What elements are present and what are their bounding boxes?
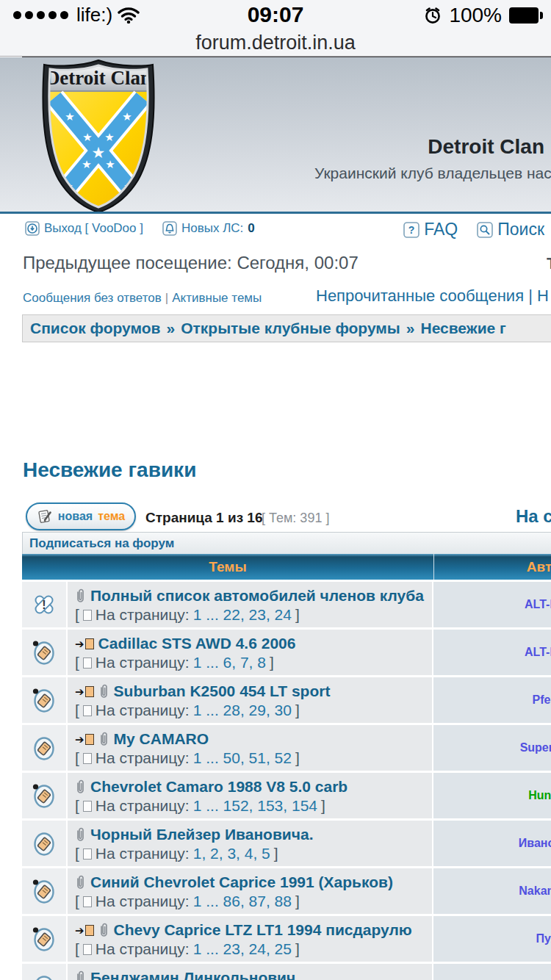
topics-count: [ Тем: 391 ] xyxy=(262,511,329,526)
author-link[interactable]: ALT-F13 xyxy=(525,598,551,611)
topic-cell: ➔ Chevrolet Camaro 1988 V8 5.0 carb [ На… xyxy=(68,773,433,818)
author-cell: ALT-F13 xyxy=(433,630,551,675)
moved-topic-icon: ➔ xyxy=(75,734,94,745)
author-cell: ALT-F13 xyxy=(433,582,551,627)
subscribe-forum-link[interactable]: Подписаться на форум xyxy=(22,532,551,554)
faq-link[interactable]: ? FAQ xyxy=(403,220,458,239)
search-icon xyxy=(477,222,493,238)
clan-shield-logo[interactable]: ★★ ★★ ★★ ★★ ★ Detroit Clan xyxy=(25,58,172,217)
topic-folder-icon xyxy=(32,782,56,809)
topic-title-link[interactable]: Cadillac STS AWD 4.6 2006 xyxy=(98,635,296,652)
topic-page-links[interactable]: 1 ... 50, 51, 52 xyxy=(193,749,292,767)
topic-title-link[interactable]: Чорный Блейзер Ивановича. xyxy=(90,826,313,843)
author-link[interactable]: ПуХ xyxy=(536,932,551,945)
topic-title-link[interactable]: Синий Chevrolet Caprice 1991 (Харьков) xyxy=(90,873,393,891)
topic-title-link[interactable]: Suburban K2500 454 LT sport xyxy=(114,682,331,700)
private-messages-link[interactable]: Новых ЛС: 0 xyxy=(162,221,255,236)
svg-text:★: ★ xyxy=(105,158,115,171)
svg-text:★: ★ xyxy=(122,110,132,123)
attachment-paperclip-icon xyxy=(75,588,86,604)
topic-status-cell: ! xyxy=(22,868,68,914)
sticky-topic-icon: ! xyxy=(32,592,57,617)
topic-page-links[interactable]: 1 ... 22, 23, 24 xyxy=(193,606,292,624)
page-jump-icon xyxy=(83,610,92,621)
author-link[interactable]: Иванович xyxy=(519,837,551,850)
table-header: Темы Автор xyxy=(22,554,551,580)
page-jump-icon xyxy=(83,801,92,812)
topic-title-link[interactable]: Chevy Caprice LTZ LT1 1994 писдарулю xyxy=(114,921,412,939)
attachment-paperclip-icon xyxy=(75,826,86,843)
table-row: ! ➔ My CAMARO [ xyxy=(22,725,551,771)
topic-folder-icon xyxy=(32,973,56,980)
author-link[interactable]: SuperBee xyxy=(520,741,551,754)
author-link[interactable]: Nakamura xyxy=(519,884,551,898)
battery-icon xyxy=(509,7,539,24)
topic-title-link[interactable]: Бенджамин Линкольнович xyxy=(90,969,295,980)
topic-folder-icon xyxy=(32,878,56,904)
attachment-paperclip-icon xyxy=(75,779,86,795)
topic-page-links[interactable]: 1 ... 28, 29, 30 xyxy=(193,702,292,719)
active-topics-link[interactable]: Активные темы xyxy=(172,291,262,305)
topic-status-cell: ! xyxy=(22,916,68,962)
page-title: Несвежие гавики xyxy=(23,458,196,482)
topic-cell: ➔ Suburban K2500 454 LT sport [ На стран… xyxy=(68,677,433,723)
page-jump-icon xyxy=(83,944,92,955)
topic-folder-icon xyxy=(32,687,56,713)
breadcrumb-item-2[interactable]: Несвежие г xyxy=(420,320,505,336)
table-row: ! ➔ Бенджамин Линкольнович xyxy=(22,964,551,980)
topic-page-links[interactable]: 1 ... 6, 7, 8 xyxy=(193,654,266,671)
moved-topic-icon: ➔ xyxy=(75,925,94,936)
site-title: Detroit Clan xyxy=(428,135,544,159)
status-right: 100% xyxy=(424,4,542,27)
column-topics: Темы xyxy=(22,554,434,580)
site-subtitle: Украинский клуб владельцев настоящих ам xyxy=(314,165,551,182)
url-bar[interactable]: forum.detroit.in.ua xyxy=(0,29,551,57)
topic-cell: ➔ Чорный Блейзер Ивановича. [ На страниц… xyxy=(68,821,433,866)
page-jump-icon xyxy=(83,849,92,860)
topic-status-cell: ! xyxy=(22,725,68,771)
topic-status-cell: ! xyxy=(22,821,68,866)
topic-status-cell: ! xyxy=(22,773,68,818)
help-links: ? FAQ Поиск xyxy=(403,220,544,239)
svg-text:★: ★ xyxy=(104,131,114,144)
svg-text:★: ★ xyxy=(82,131,92,144)
author-link[interactable]: Pferd xyxy=(533,693,551,707)
page-jump-icon xyxy=(83,705,92,716)
topic-page-links[interactable]: 1 ... 152, 153, 154 xyxy=(193,797,317,815)
forum-page: { "status_bar": { "carrier": "life:)", "… xyxy=(0,0,551,980)
logout-link[interactable]: Выход [ VooDoo ] xyxy=(25,221,143,236)
svg-text:?: ? xyxy=(408,224,415,236)
author-cell: ПуХ xyxy=(433,916,551,962)
pm-count: 0 xyxy=(248,221,254,236)
topic-pagination: [ На страницу: 1 ... 22, 23, 24 ] xyxy=(75,606,432,624)
alarm-clock-icon xyxy=(424,7,442,24)
topic-cell: ➔ Бенджамин Линкольнович [ На страницу: … xyxy=(68,964,433,980)
topic-page-links[interactable]: 1, 2, 3, 4, 5 xyxy=(193,845,270,862)
topic-page-links[interactable]: 1 ... 86, 87, 88 xyxy=(193,893,292,910)
page-jump-link[interactable]: На с xyxy=(516,506,551,527)
moved-topic-icon: ➔ xyxy=(75,686,94,697)
unanswered-link[interactable]: Сообщения без ответов xyxy=(23,291,162,305)
url-text: forum.detroit.in.ua xyxy=(195,32,356,54)
breadcrumb-item-0[interactable]: Список форумов xyxy=(30,320,161,336)
author-link[interactable]: Hunter xyxy=(528,789,551,802)
author-link[interactable]: ALT-F13 xyxy=(525,646,551,659)
topic-pagination: [ На страницу: 1 ... 28, 29, 30 ] xyxy=(75,702,432,719)
topic-title-link[interactable]: Полный список автомобилей членов клуба xyxy=(90,587,424,605)
topic-cell: ➔ Chevy Caprice LTZ LT1 1994 писдарулю [… xyxy=(68,916,433,962)
topic-page-links[interactable]: 1 ... 23, 24, 25 xyxy=(193,940,292,958)
topic-cell: ➔ Полный список автомобилей членов клуба… xyxy=(68,582,433,627)
new-topic-label-1: новая xyxy=(58,510,93,523)
unread-messages-link[interactable]: Непрочитанные сообщения | Н xyxy=(316,287,549,306)
topic-title-link[interactable]: Chevrolet Camaro 1988 V8 5.0 carb xyxy=(90,778,347,796)
topic-title-link[interactable]: My CAMARO xyxy=(114,730,209,748)
topic-pagination: [ На страницу: 1, 2, 3, 4, 5 ] xyxy=(75,845,432,862)
breadcrumb: Список форумов»Открытые клубные форумы»Н… xyxy=(22,314,551,342)
new-topic-label-2: тема xyxy=(98,510,125,523)
new-topic-button[interactable]: новая тема xyxy=(26,502,136,530)
breadcrumb-item-1[interactable]: Открытые клубные форумы xyxy=(181,320,400,336)
clipped-right-text: Т xyxy=(547,254,551,272)
search-link[interactable]: Поиск xyxy=(477,220,544,239)
table-row: ! ➔ Полный список автомобилей членов кл xyxy=(22,582,551,627)
new-topic-icon xyxy=(37,508,53,525)
